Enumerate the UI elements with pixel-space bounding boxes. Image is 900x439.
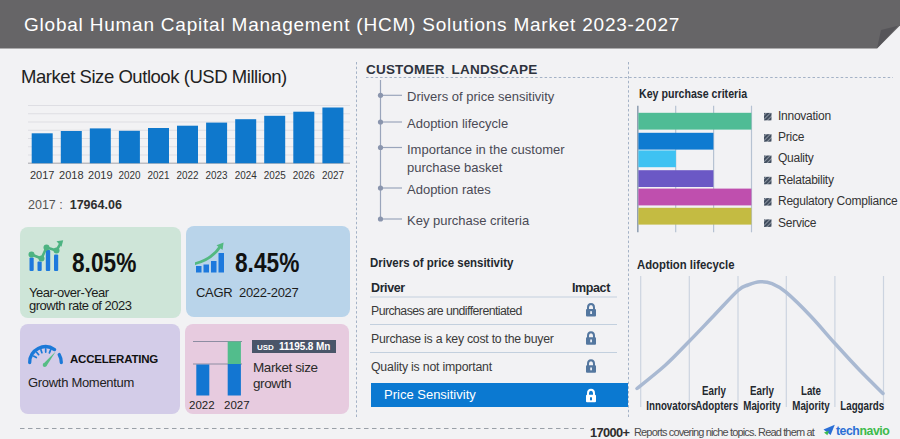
svg-text:tech: tech	[836, 424, 859, 438]
svg-text:navio: navio	[860, 424, 891, 438]
